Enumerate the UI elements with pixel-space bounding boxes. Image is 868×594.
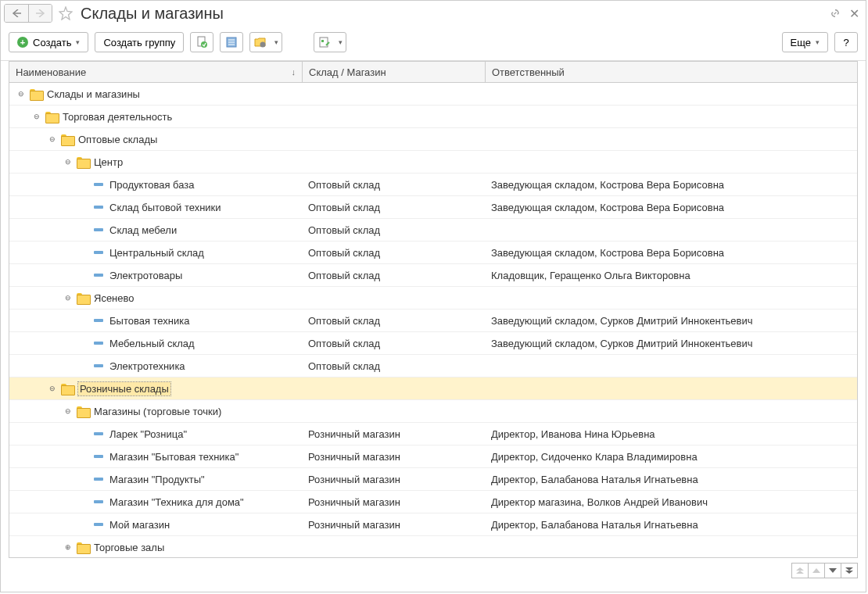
collapse-icon[interactable]: ⊖	[16, 88, 27, 99]
close-button[interactable]: ✕	[849, 6, 859, 21]
tree-row[interactable]: ⊖Центр	[9, 151, 857, 174]
collapse-icon[interactable]: ⊖	[63, 292, 74, 303]
cell-name: ⊖Ясенево	[9, 292, 302, 304]
row-name: Мой магазин	[109, 519, 170, 531]
nav-up-button[interactable]	[808, 563, 825, 578]
toolbar: + Создать ▾ Создать группу ▾ ▾ Еще ▾ ?	[1, 29, 866, 61]
item-icon	[94, 478, 103, 481]
cell-name: Склад мебели	[9, 224, 302, 236]
tree-row[interactable]: ⊖Магазины (торговые точки)	[9, 400, 857, 423]
tree-row[interactable]: Склад мебелиОптовый склад	[9, 219, 857, 242]
tree-row[interactable]: ЭлектротехникаОптовый склад	[9, 355, 857, 378]
tree-row[interactable]: Мебельный складОптовый складЗаведующий с…	[9, 332, 857, 355]
nav-first-button[interactable]	[791, 563, 809, 578]
cell-type: Оптовый склад	[302, 270, 485, 281]
caret-down-icon: ▾	[816, 38, 820, 46]
help-button[interactable]: ?	[834, 32, 858, 52]
toolbar-icon-3[interactable]: ▾	[249, 32, 282, 52]
toolbar-icon-2[interactable]	[220, 32, 243, 52]
create-group-button[interactable]: Создать группу	[95, 32, 184, 52]
row-name: Магазин "Техника для дома"	[109, 496, 244, 508]
cell-name: ⊖Розничные склады	[9, 382, 302, 395]
cell-responsible: Кладовщик, Геращенко Ольга Викторовна	[485, 270, 857, 281]
folder-icon	[77, 406, 89, 417]
tree-row[interactable]: ⊖Ясенево	[9, 287, 857, 310]
down-icon	[829, 568, 837, 573]
page-title: Склады и магазины	[81, 5, 826, 23]
item-icon	[94, 206, 103, 209]
tree-row[interactable]: ЭлектротоварыОптовый складКладовщик, Гер…	[9, 264, 857, 287]
double-up-icon	[796, 567, 804, 574]
tree-row[interactable]: Мой магазинРозничный магазинДиректор, Ба…	[9, 513, 857, 536]
more-button[interactable]: Еще ▾	[782, 32, 828, 52]
collapse-icon[interactable]: ⊖	[31, 111, 42, 122]
item-icon	[94, 251, 103, 254]
link-icon[interactable]	[829, 7, 841, 20]
folder-icon	[77, 542, 89, 553]
create-button[interactable]: + Создать ▾	[9, 32, 88, 52]
expand-icon[interactable]: ⊕	[63, 542, 74, 553]
tree-row[interactable]: ⊖Оптовые склады	[9, 128, 857, 151]
tree-row[interactable]: ⊖Торговая деятельность	[9, 106, 857, 128]
collapse-icon[interactable]: ⊖	[47, 134, 58, 145]
toolbar-icon-4[interactable]: ▾	[314, 32, 346, 52]
collapse-icon[interactable]: ⊖	[63, 156, 74, 167]
up-icon	[812, 568, 820, 573]
cell-name: Центральный склад	[9, 247, 302, 259]
tree-row[interactable]: Ларек "Розница"Розничный магазинДиректор…	[9, 423, 857, 446]
tree-row[interactable]: Магазин "Бытовая техника"Розничный магаз…	[9, 446, 857, 468]
double-down-icon	[845, 567, 853, 574]
collapse-icon[interactable]: ⊖	[47, 383, 58, 394]
cell-type: Розничный магазин	[302, 428, 485, 440]
tree-row[interactable]: Склад бытовой техникиОптовый складЗаведу…	[9, 196, 857, 219]
row-name: Ясенево	[94, 292, 135, 304]
toolbar-icon-1[interactable]	[190, 32, 213, 52]
grid-body[interactable]: ⊖Склады и магазины⊖Торговая деятельность…	[9, 83, 858, 558]
tree-row[interactable]: Продуктовая базаОптовый складЗаведующая …	[9, 174, 857, 196]
column-header-responsible[interactable]: Ответственный	[485, 62, 857, 82]
column-header-name[interactable]: Наименование ↓	[9, 66, 302, 78]
window: Склады и магазины ✕ + Создать ▾ Создать …	[0, 0, 866, 592]
tree-row[interactable]: Бытовая техникаОптовый складЗаведующий с…	[9, 310, 857, 332]
row-name: Бытовая техника	[109, 315, 189, 327]
cell-name: Мой магазин	[9, 519, 302, 531]
nav-down-button[interactable]	[824, 563, 841, 578]
item-icon	[94, 183, 103, 186]
nav-forward-button[interactable]	[28, 5, 52, 22]
tree-row[interactable]: Магазин "Продукты"Розничный магазинДирек…	[9, 468, 857, 491]
caret-down-icon: ▾	[339, 38, 343, 46]
favorite-star-button[interactable]	[57, 5, 74, 22]
item-icon	[94, 455, 103, 458]
cell-type: Розничный магазин	[302, 519, 485, 531]
cell-name: ⊖Торговая деятельность	[9, 111, 302, 123]
row-name: Центральный склад	[109, 247, 204, 259]
item-icon	[94, 319, 103, 322]
create-label: Создать	[33, 37, 71, 48]
row-name: Торговые залы	[94, 542, 164, 553]
row-name: Ларек "Розница"	[109, 428, 187, 440]
nav-back-button[interactable]	[5, 5, 28, 22]
folder-icon	[61, 134, 74, 145]
row-name: Магазин "Бытовая техника"	[109, 451, 239, 463]
titlebar: Склады и магазины ✕	[1, 1, 866, 29]
tree-row[interactable]: ⊖Склады и магазины	[9, 83, 857, 106]
nav-last-button[interactable]	[841, 563, 858, 578]
cell-responsible: Директор, Сидоченко Клара Владимировна	[485, 451, 857, 463]
caret-down-icon: ▾	[274, 38, 278, 46]
row-name: Склад мебели	[109, 224, 177, 236]
row-name: Склад бытовой техники	[109, 202, 221, 213]
tree-row[interactable]: ⊖Розничные склады	[9, 378, 857, 400]
tree-row[interactable]: Центральный складОптовый складЗаведующая…	[9, 242, 857, 264]
row-name: Мебельный склад	[109, 338, 195, 349]
cell-type: Оптовый склад	[302, 224, 485, 236]
row-name: Продуктовая база	[109, 179, 195, 191]
cell-name: Мебельный склад	[9, 338, 302, 349]
cell-name: ⊖Оптовые склады	[9, 134, 302, 145]
cell-type: Розничный магазин	[302, 496, 485, 508]
tree-row[interactable]: Магазин "Техника для дома"Розничный мага…	[9, 491, 857, 513]
cell-responsible: Заведующий складом, Сурков Дмитрий Иннок…	[485, 338, 857, 349]
tree-row[interactable]: ⊕Торговые залы	[9, 536, 857, 558]
column-header-type[interactable]: Склад / Магазин	[302, 62, 485, 82]
item-icon	[94, 228, 103, 231]
collapse-icon[interactable]: ⊖	[63, 406, 74, 417]
